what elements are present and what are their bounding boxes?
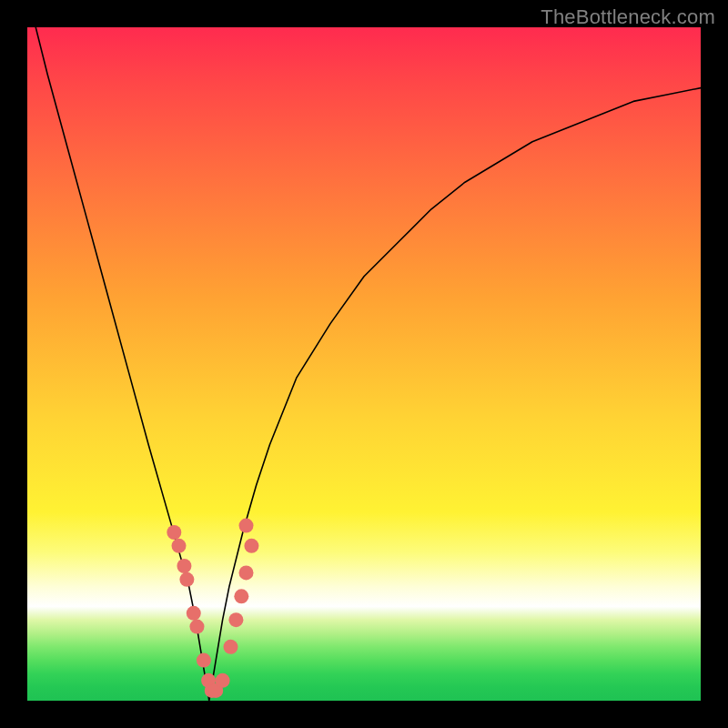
marker-dot [244,539,258,553]
watermark-text: TheBottleneck.com [541,5,715,29]
plot-svg [27,27,701,701]
plot-area [27,27,701,701]
marker-dot [228,612,243,627]
marker-dot [167,525,181,540]
bottleneck-curve [27,27,701,701]
marker-dot [177,559,191,573]
marker-dot [223,640,238,654]
marker-dot [187,606,201,621]
chart-frame: TheBottleneck.com [0,0,728,728]
marker-dot [239,519,254,533]
marker-dot [179,572,194,587]
marker-group [167,519,258,698]
marker-dot [172,539,187,553]
marker-dot [189,620,204,634]
marker-dot [239,565,254,580]
marker-dot [197,653,211,668]
marker-dot [216,673,230,688]
marker-dot [234,589,248,603]
